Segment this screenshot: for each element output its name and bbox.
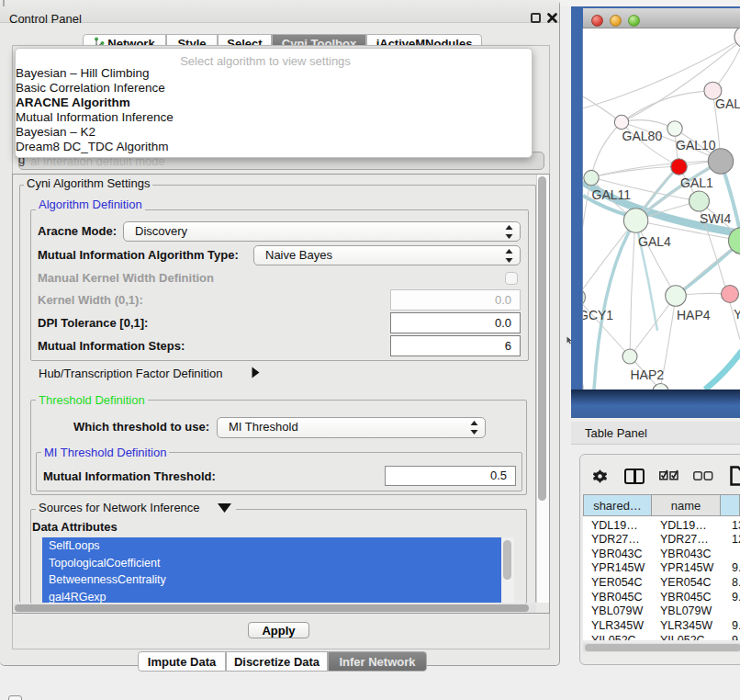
svg-text:GAL80: GAL80 [622, 129, 663, 143]
svg-text:GCY1: GCY1 [583, 308, 613, 322]
svg-text:HAP4: HAP4 [677, 308, 711, 322]
svg-text:HAP2: HAP2 [631, 367, 665, 382]
svg-text:GAL11: GAL11 [592, 187, 632, 202]
svg-text:GAL1: GAL1 [680, 175, 713, 190]
svg-text:SWI4: SWI4 [700, 211, 731, 226]
svg-text:GAL7: GAL7 [715, 96, 740, 111]
svg-text:GAL10: GAL10 [676, 138, 716, 152]
svg-text:YE: YE [734, 307, 740, 322]
svg-text:GAL4: GAL4 [638, 234, 671, 249]
